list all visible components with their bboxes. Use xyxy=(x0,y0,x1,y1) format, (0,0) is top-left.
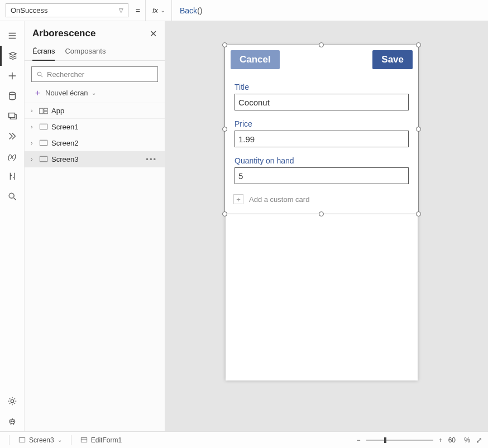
screen-icon xyxy=(39,123,48,130)
zoom-out-button[interactable]: − xyxy=(357,436,361,444)
expand-icon[interactable]: › xyxy=(28,156,36,162)
svg-point-3 xyxy=(11,399,13,402)
breadcrumb-control[interactable]: EditForm1 xyxy=(80,436,122,444)
zoom-label: 60 % xyxy=(448,436,470,444)
tree-panel: Arborescence ✕ Écrans Composants Recherc… xyxy=(25,21,165,431)
panel-tabs: Écrans Composants xyxy=(25,44,165,61)
svg-rect-15 xyxy=(81,438,87,442)
svg-rect-14 xyxy=(19,438,25,442)
property-dropdown[interactable]: OnSuccess ▽ xyxy=(6,3,128,17)
svg-point-0 xyxy=(9,92,15,95)
svg-point-5 xyxy=(11,421,12,422)
search-icon[interactable] xyxy=(0,186,25,206)
plus-icon: + xyxy=(233,194,243,204)
svg-point-6 xyxy=(12,421,13,422)
svg-rect-12 xyxy=(40,140,47,146)
save-button[interactable]: Save xyxy=(372,50,413,69)
panel-title: Arborescence xyxy=(32,28,95,39)
expand-icon[interactable]: › xyxy=(28,124,36,130)
close-icon[interactable]: ✕ xyxy=(150,28,157,39)
tree-label: Screen3 xyxy=(51,155,78,163)
formula-input[interactable]: Back() xyxy=(172,0,488,21)
tree-item-screen3[interactable]: › Screen3 ••• xyxy=(25,151,165,167)
zoom-value: 60 xyxy=(448,436,456,444)
add-custom-card[interactable]: + Add a custom card xyxy=(228,191,415,206)
hamburger-icon[interactable] xyxy=(0,26,25,46)
equals-label: = xyxy=(131,0,145,21)
formula-function: Back xyxy=(180,6,197,15)
input-title[interactable]: Coconut xyxy=(235,94,409,110)
form-icon xyxy=(80,437,88,443)
new-screen-button[interactable]: ＋ Nouvel écran ⌄ xyxy=(25,85,165,103)
svg-point-2 xyxy=(9,193,14,198)
tree-view: › App › Screen1 › Screen2 › Screen3 ••• xyxy=(25,103,165,167)
chevron-down-icon: ⌄ xyxy=(58,437,62,443)
status-bar: Screen3 ⌄ EditForm1 − + 60 % ⤢ xyxy=(0,431,488,448)
input-price[interactable]: 1.99 xyxy=(235,131,409,147)
svg-rect-11 xyxy=(40,124,47,129)
tab-components[interactable]: Composants xyxy=(65,44,106,60)
left-rail: (x) xyxy=(0,21,25,431)
percent-sign: % xyxy=(464,436,470,444)
chevron-down-icon: ⌄ xyxy=(92,90,96,96)
property-name: OnSuccess xyxy=(11,6,47,15)
main-area: (x) Arborescence ✕ Écrans Composants Re xyxy=(0,21,488,431)
variables-icon[interactable]: (x) xyxy=(0,146,25,166)
zoom-in-button[interactable]: + xyxy=(439,436,443,444)
formula-bar: OnSuccess ▽ = fx ⌄ Back() xyxy=(0,0,488,21)
chevron-down-icon: ⌄ xyxy=(160,7,165,13)
svg-rect-10 xyxy=(44,111,47,113)
media-icon[interactable] xyxy=(0,106,25,126)
tree-item-screen2[interactable]: › Screen2 xyxy=(25,135,165,151)
fx-label: fx xyxy=(152,6,158,15)
add-card-label: Add a custom card xyxy=(249,195,309,204)
virtual-agent-icon[interactable] xyxy=(0,411,25,431)
more-actions-icon[interactable]: ••• xyxy=(146,155,160,163)
tree-label: Screen1 xyxy=(51,123,78,131)
svg-rect-1 xyxy=(8,113,15,118)
canvas[interactable]: Cancel Save Title Coconut Price 1.99 Qua… xyxy=(165,21,488,431)
tree-view-icon[interactable] xyxy=(0,46,25,66)
svg-rect-9 xyxy=(44,108,47,110)
plus-icon: ＋ xyxy=(34,88,42,98)
tree-item-screen1[interactable]: › Screen1 xyxy=(25,119,165,135)
breadcrumb-screen-label: Screen3 xyxy=(29,436,54,444)
zoom-thumb[interactable] xyxy=(384,437,386,443)
fx-button[interactable]: fx ⌄ xyxy=(145,0,172,21)
zoom-slider[interactable] xyxy=(366,440,433,441)
tab-screens[interactable]: Écrans xyxy=(32,44,55,61)
form-body: Title Coconut Price 1.99 Quantity on han… xyxy=(225,74,418,214)
screen-icon xyxy=(39,139,48,146)
svg-point-7 xyxy=(37,72,41,76)
paren-close: ) xyxy=(200,6,203,15)
tree-label: App xyxy=(51,107,64,115)
screen-icon xyxy=(18,437,26,443)
cancel-button[interactable]: Cancel xyxy=(231,50,280,69)
flows-icon[interactable] xyxy=(0,126,25,146)
search-input[interactable]: Rechercher xyxy=(31,66,158,82)
svg-rect-8 xyxy=(40,108,43,114)
expand-icon[interactable]: › xyxy=(28,108,36,114)
expand-icon[interactable]: › xyxy=(28,140,36,146)
chevron-down-icon: ▽ xyxy=(119,7,123,13)
tools-icon[interactable] xyxy=(0,166,25,186)
svg-rect-13 xyxy=(40,156,47,162)
search-placeholder: Rechercher xyxy=(47,70,84,79)
search-icon xyxy=(36,71,44,78)
app-icon xyxy=(39,108,48,114)
settings-icon[interactable] xyxy=(0,391,25,411)
screen-icon xyxy=(39,156,48,162)
fit-to-window-icon[interactable]: ⤢ xyxy=(476,436,482,445)
tree-item-app[interactable]: › App xyxy=(25,103,165,119)
breadcrumb-control-label: EditForm1 xyxy=(91,436,122,444)
new-screen-label: Nouvel écran xyxy=(45,89,88,97)
input-quantity[interactable]: 5 xyxy=(235,167,409,184)
breadcrumb-screen[interactable]: Screen3 ⌄ xyxy=(18,436,62,444)
tree-label: Screen2 xyxy=(51,139,78,147)
insert-icon[interactable] xyxy=(0,66,25,86)
data-icon[interactable] xyxy=(0,86,25,106)
